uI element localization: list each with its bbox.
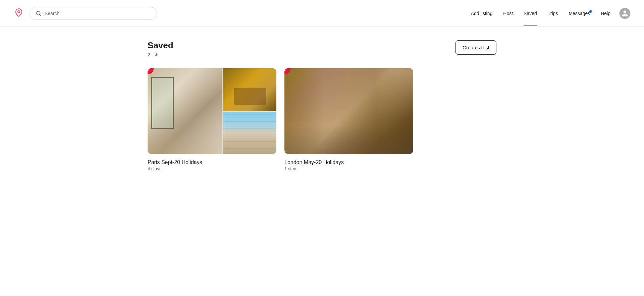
header: Search Add listing Host Saved Trips Mess…: [0, 0, 644, 27]
card-badge-wrapper: 2: [284, 68, 413, 154]
paris-image-bedroom: [223, 68, 276, 111]
list-item[interactable]: 1 Paris Sept-20 Holidays 4 stays: [148, 68, 276, 171]
card-images-paris: 1: [148, 68, 276, 154]
page-subtitle: 2 lists: [148, 52, 173, 57]
user-avatar[interactable]: [619, 8, 631, 19]
messages-dot-wrapper: Messages: [569, 11, 590, 16]
search-label: Search: [45, 11, 59, 16]
nav-host[interactable]: Host: [498, 7, 518, 19]
header-left: Search: [13, 7, 157, 20]
london-image-main: [284, 68, 413, 154]
page-title-area: Saved 2 lists: [148, 40, 173, 57]
nav-add-listing[interactable]: Add listing: [466, 7, 497, 19]
page-header: Saved 2 lists Create a list: [148, 40, 496, 57]
main-nav: Add listing Host Saved Trips Messages He…: [466, 7, 631, 19]
card-badge-wrapper: 1: [148, 68, 276, 154]
card-title-paris: Paris Sept-20 Holidays: [148, 159, 276, 165]
main-content: Saved 2 lists Create a list 1 Paris Sept…: [121, 27, 523, 198]
nav-trips[interactable]: Trips: [543, 7, 563, 19]
airbnb-logo[interactable]: [13, 8, 24, 19]
paris-image-building: [223, 112, 276, 154]
nav-saved[interactable]: Saved: [519, 7, 542, 19]
list-item[interactable]: 2 London May-20 Holidays 1 stay: [284, 68, 413, 171]
messages-badge: [589, 10, 592, 13]
card-info-paris: Paris Sept-20 Holidays 4 stays: [148, 159, 276, 171]
svg-line-1: [40, 14, 41, 15]
paris-image-main: [148, 68, 222, 154]
card-images-london: 2: [284, 68, 413, 154]
lists-grid: 1 Paris Sept-20 Holidays 4 stays 2 Londo…: [148, 68, 496, 171]
card-info-london: London May-20 Holidays 1 stay: [284, 159, 413, 171]
card-stays-paris: 4 stays: [148, 166, 276, 171]
create-list-button[interactable]: Create a list: [455, 40, 496, 55]
nav-help[interactable]: Help: [596, 7, 615, 19]
search-icon: [36, 11, 41, 16]
search-bar[interactable]: Search: [30, 7, 157, 20]
card-title-london: London May-20 Holidays: [284, 159, 413, 165]
page-title: Saved: [148, 40, 173, 51]
card-stays-london: 1 stay: [284, 166, 413, 171]
nav-messages[interactable]: Messages: [564, 7, 595, 19]
